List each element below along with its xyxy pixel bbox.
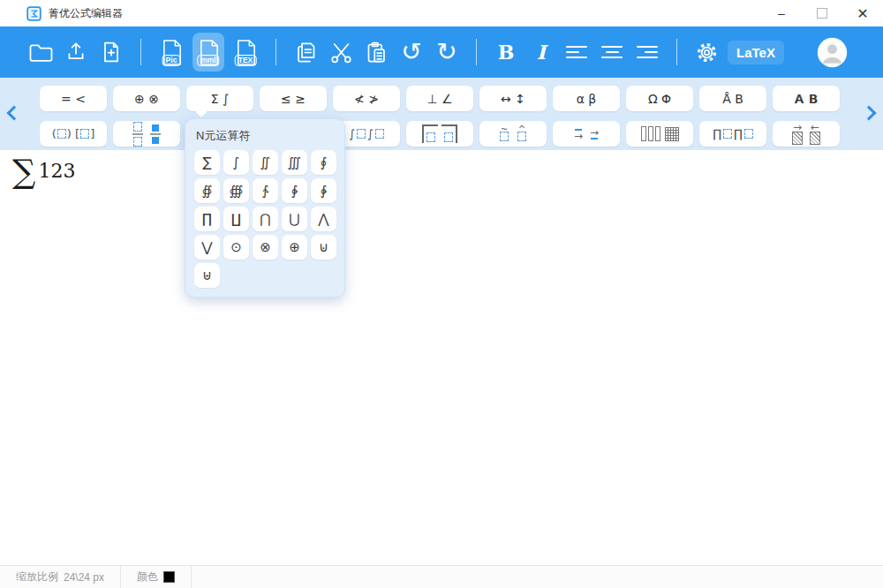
nary-symbol-integral[interactable]: ∫	[223, 150, 249, 175]
symbol-tab-greek-lowercase[interactable]: α β	[553, 86, 620, 111]
status-bar: 缩放比例 24\24 px 颜色	[0, 565, 883, 588]
symbol-tab-matrix-templates[interactable]	[626, 121, 693, 147]
bracket-templates-icon: () []	[52, 127, 94, 140]
maximize-button[interactable]	[802, 0, 842, 26]
symbol-palette: = <⊕ ⊗Σ ∫≤ ≥≮ ≯⊥ ∠↔ ↕α βΩ ΦÅ BA B () []∫…	[0, 78, 883, 150]
symbol-tab-label: Σ ∫	[211, 92, 230, 106]
zoom-status: 缩放比例 24\24 px	[0, 566, 120, 588]
symbol-tab-greek-uppercase[interactable]: Ω Φ	[626, 86, 693, 111]
align-center-icon	[601, 46, 623, 58]
toolbar-separator	[140, 39, 141, 65]
symbol-tab-nary-operators[interactable]: Σ ∫	[186, 86, 253, 111]
symbol-tab-accent-templates[interactable]: ~^	[479, 121, 547, 147]
nary-symbol-union-with-dot[interactable]: ⊍	[311, 235, 336, 260]
cut-button[interactable]	[326, 33, 356, 72]
symbol-tab-inequalities[interactable]: ≤ ≥	[260, 86, 327, 111]
new-file-button[interactable]	[96, 33, 126, 72]
symbol-tab-label: Å B	[722, 92, 743, 106]
paste-button[interactable]	[361, 33, 391, 72]
export-tex-button[interactable]: TEX	[230, 33, 261, 72]
symbol-tab-fraction-templates[interactable]	[113, 121, 180, 147]
gear-icon	[695, 41, 719, 64]
export-button[interactable]	[61, 33, 91, 72]
editor-canvas[interactable]: ∑ 123	[0, 150, 883, 565]
nary-symbol-product[interactable]: ∏	[194, 207, 220, 231]
nary-symbol-double-integral[interactable]: ∬	[253, 150, 278, 175]
align-left-button[interactable]	[562, 33, 592, 72]
nary-symbol-circled-times[interactable]: ⊗	[253, 235, 278, 260]
copy-button[interactable]	[291, 33, 321, 72]
symbol-tab-shaded-box-templates[interactable]: →←	[773, 121, 840, 147]
nary-symbol-circled-plus[interactable]: ⊕	[282, 235, 307, 260]
formula-text: 123	[38, 160, 75, 182]
symbol-tab-limit-templates[interactable]: ∏∏	[699, 121, 766, 147]
close-button[interactable]: ✕	[842, 0, 883, 26]
latex-mode-button[interactable]: LaTeX	[728, 41, 784, 64]
window-title: 菁优公式编辑器	[49, 6, 123, 21]
open-file-button[interactable]	[26, 33, 56, 72]
symbol-tabs-row1: = <⊕ ⊗Σ ∫≤ ≥≮ ≯⊥ ∠↔ ↕α βΩ ΦÅ BA B	[40, 86, 840, 111]
symbol-tab-arrows[interactable]: ↔ ↕	[479, 86, 547, 111]
app-window: 菁优公式编辑器 – ✕	[0, 0, 883, 588]
nary-symbol-contour-integral[interactable]: ∮	[311, 150, 336, 175]
limit-templates-icon: ∏∏	[712, 127, 754, 140]
nary-symbol-triple-integral[interactable]: ∭	[282, 150, 307, 175]
nary-symbol-logical-or[interactable]: ⋁	[194, 235, 220, 260]
open-folder-icon	[28, 41, 54, 63]
settings-button[interactable]	[691, 33, 721, 72]
main-toolbar: Pic mml TEX	[0, 26, 883, 78]
nary-symbol-anticlockwise-contour-integral[interactable]: ∳	[311, 178, 336, 203]
nary-symbol-clockwise-contour-integral[interactable]: ∲	[282, 178, 307, 203]
align-left-icon	[566, 46, 587, 58]
export-pic-button[interactable]: Pic	[155, 33, 187, 72]
symbol-tab-label: ≮ ≯	[354, 92, 379, 106]
symbol-tab-radical-templates[interactable]	[406, 121, 473, 147]
toolbar-separator	[476, 39, 477, 65]
align-center-button[interactable]	[597, 33, 627, 72]
tex-label: TEX	[235, 55, 257, 66]
minimize-button[interactable]: –	[761, 0, 802, 26]
nary-symbol-union-with-plus[interactable]: ⊎	[194, 263, 220, 288]
symbol-tabs-row2: () []∫∫~^→→∏∏→←	[40, 121, 840, 147]
copy-icon	[294, 41, 318, 64]
symbol-tab-geometry[interactable]: ⊥ ∠	[406, 86, 473, 111]
nary-symbol-coproduct[interactable]: ∐	[223, 207, 249, 231]
scroll-left-icon[interactable]	[7, 106, 22, 121]
nary-symbol-intersection[interactable]: ⋂	[253, 207, 278, 231]
nary-symbol-surface-integral[interactable]: ∯	[194, 178, 220, 203]
symbol-tab-bracket-templates[interactable]: () []	[40, 121, 107, 147]
symbol-tab-relations[interactable]: = <	[40, 86, 107, 111]
italic-button[interactable]: I	[526, 33, 556, 72]
bold-button[interactable]: B	[491, 33, 521, 72]
nary-symbol-clockwise-integral[interactable]: ∱	[253, 178, 278, 203]
scroll-right-icon[interactable]	[862, 106, 877, 121]
toolbar-separator	[676, 39, 677, 65]
export-mml-button[interactable]: mml	[192, 33, 224, 72]
nary-symbol-sum[interactable]: ∑	[194, 150, 220, 175]
align-right-button[interactable]	[632, 33, 662, 72]
symbol-tab-label: Ω Φ	[648, 92, 671, 106]
clipboard-icon	[365, 41, 389, 64]
app-logo-icon	[26, 6, 42, 21]
nary-symbol-volume-integral[interactable]: ∰	[223, 178, 249, 203]
symbol-tab-label: A B	[795, 92, 819, 106]
symbol-tab-circled-operators[interactable]: ⊕ ⊗	[113, 86, 180, 111]
nary-symbol-circled-dot[interactable]: ⊙	[223, 235, 249, 260]
undo-button[interactable]: ↺	[396, 33, 426, 72]
symbol-tab-label: ⊕ ⊗	[134, 92, 159, 106]
fraction-templates-icon	[129, 122, 164, 147]
nary-symbol-union[interactable]: ⋃	[282, 207, 307, 231]
labeled-arrow-templates-icon: →→	[570, 128, 602, 140]
redo-button[interactable]: ↻	[432, 33, 462, 72]
symbol-tab-negated-relations[interactable]: ≮ ≯	[333, 86, 400, 111]
nary-symbol-logical-and[interactable]: ⋀	[311, 207, 336, 231]
italic-icon: I	[537, 41, 546, 64]
popup-title: N元运算符	[196, 128, 336, 144]
symbol-tab-labeled-arrow-templates[interactable]: →→	[553, 121, 620, 147]
user-avatar[interactable]	[817, 37, 848, 68]
symbol-tab-accented-letters[interactable]: Å B	[699, 86, 766, 111]
color-swatch[interactable]	[163, 571, 175, 583]
upload-icon	[64, 41, 87, 64]
color-status: 颜色	[121, 566, 191, 588]
symbol-tab-double-struck-letters[interactable]: A B	[773, 86, 840, 111]
